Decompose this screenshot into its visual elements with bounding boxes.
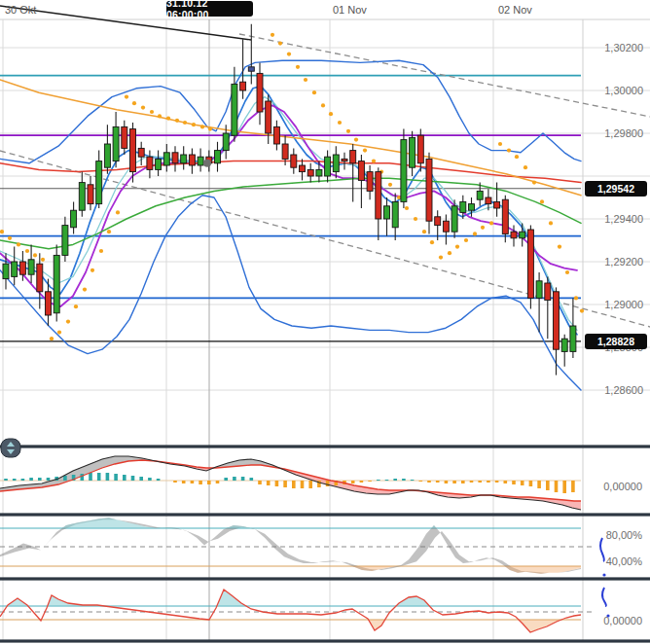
macd-histogram-bar: [470, 481, 474, 483]
candle-body[interactable]: [342, 159, 347, 161]
macd-histogram-bar: [562, 481, 566, 493]
candle-body[interactable]: [273, 126, 279, 144]
candle-body[interactable]: [307, 169, 313, 176]
candle-body[interactable]: [350, 151, 356, 163]
candle-body[interactable]: [291, 155, 297, 167]
candle-body[interactable]: [460, 201, 466, 212]
candle-body[interactable]: [376, 172, 381, 219]
candle-body[interactable]: [79, 183, 85, 211]
candle-body[interactable]: [358, 161, 364, 181]
candle-body[interactable]: [417, 135, 423, 163]
candle-body[interactable]: [527, 230, 533, 298]
candle-body[interactable]: [410, 137, 415, 167]
sar-dot: [312, 90, 316, 94]
candle-body[interactable]: [19, 262, 25, 274]
candle-body[interactable]: [536, 281, 542, 299]
candle-body[interactable]: [282, 144, 288, 159]
day-axis-label: 02 Nov: [498, 4, 532, 16]
macd-histogram-bar: [216, 481, 220, 483]
candle-body[interactable]: [130, 129, 136, 172]
candle-body[interactable]: [62, 226, 68, 256]
candle-body[interactable]: [12, 262, 18, 276]
candle-body[interactable]: [300, 165, 306, 172]
candle-body[interactable]: [367, 172, 373, 192]
candle-body[interactable]: [426, 159, 432, 221]
sar-dot: [414, 217, 417, 221]
candle-body[interactable]: [443, 221, 449, 232]
macd-histogram-bar: [555, 481, 559, 492]
candle-body[interactable]: [477, 191, 483, 199]
candle-body[interactable]: [333, 155, 339, 172]
candle-body[interactable]: [511, 232, 517, 238]
candle-body[interactable]: [163, 153, 169, 165]
candle-body[interactable]: [502, 199, 508, 233]
candle-body[interactable]: [240, 82, 246, 90]
candle-body[interactable]: [325, 157, 331, 176]
sar-dot: [57, 331, 61, 335]
candle-body[interactable]: [435, 217, 441, 226]
candle-body[interactable]: [545, 283, 551, 301]
candle-body[interactable]: [37, 264, 43, 292]
candle-body[interactable]: [71, 210, 77, 228]
candle-body[interactable]: [104, 144, 110, 167]
panel-separator[interactable]: [0, 513, 650, 516]
candle-body[interactable]: [554, 292, 560, 349]
candle-body[interactable]: [138, 148, 144, 157]
sar-dot: [271, 33, 274, 37]
candle-body[interactable]: [248, 67, 254, 71]
panel-separator[interactable]: [0, 639, 650, 642]
macd-histogram-bar: [308, 481, 312, 488]
candle-body[interactable]: [46, 292, 52, 315]
macd-histogram-bar: [106, 473, 110, 481]
candle-body[interactable]: [122, 126, 127, 148]
sar-dot: [473, 232, 477, 235]
candle-body[interactable]: [189, 155, 195, 165]
candle-body[interactable]: [172, 153, 178, 163]
candle-body[interactable]: [198, 157, 203, 165]
candle-body[interactable]: [223, 133, 229, 151]
macd-histogram-bar: [495, 481, 499, 483]
panel-separator[interactable]: [0, 445, 650, 447]
candle-body[interactable]: [147, 157, 153, 169]
macd-histogram-bar: [478, 481, 482, 483]
candle-body[interactable]: [28, 260, 34, 274]
macd-histogram-bar: [4, 479, 8, 481]
candle-body[interactable]: [520, 232, 525, 238]
sar-dot: [90, 268, 94, 272]
macd-histogram-bar: [241, 477, 245, 481]
candle-body[interactable]: [469, 204, 475, 211]
sar-dot: [17, 242, 20, 246]
candle-body[interactable]: [3, 264, 9, 278]
macd-histogram-bar: [131, 476, 135, 481]
sar-dot: [132, 101, 136, 105]
day-axis-label: 30 Okt: [5, 4, 36, 16]
candle-body[interactable]: [401, 140, 407, 202]
candle-body[interactable]: [392, 201, 398, 227]
candle-body[interactable]: [266, 101, 271, 133]
candle-body[interactable]: [156, 159, 162, 169]
candle-body[interactable]: [561, 339, 567, 351]
candle-body[interactable]: [215, 151, 221, 163]
sar-dot: [338, 121, 342, 125]
candle-body[interactable]: [384, 206, 390, 219]
candle-body[interactable]: [494, 201, 500, 208]
candle-body[interactable]: [232, 84, 237, 135]
candle-body[interactable]: [257, 73, 263, 112]
sar-dot: [481, 226, 485, 230]
panel-separator[interactable]: [0, 577, 650, 580]
panel-splitter-button[interactable]: [1, 439, 20, 457]
candle-body[interactable]: [451, 206, 457, 232]
chart-canvas[interactable]: 30 Okt01 Nov02 Nov1,302001,300001,298001…: [0, 0, 650, 644]
macd-histogram-bar: [29, 478, 33, 481]
candle-body[interactable]: [316, 169, 322, 176]
candle-body[interactable]: [88, 185, 93, 204]
candle-body[interactable]: [113, 126, 119, 161]
macd-histogram-bar: [38, 478, 42, 481]
macd-histogram-bar: [258, 481, 262, 484]
candle-body[interactable]: [486, 197, 491, 204]
candle-body[interactable]: [54, 255, 59, 312]
candle-body[interactable]: [96, 161, 102, 204]
candle-body[interactable]: [181, 155, 187, 163]
candle-body[interactable]: [570, 326, 576, 351]
macd-histogram-bar: [487, 481, 490, 483]
